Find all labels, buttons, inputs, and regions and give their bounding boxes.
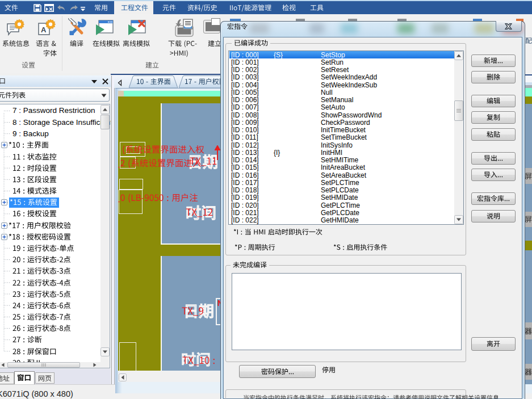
- svg-text:A: A: [41, 26, 47, 34]
